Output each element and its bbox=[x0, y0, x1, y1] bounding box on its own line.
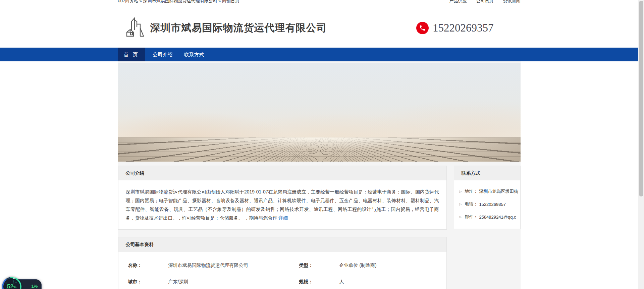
contact-box: 联系方式 ▷ 地址： 深圳市龙岗区坂田街 ▷ 电话： 15220269357 bbox=[454, 166, 521, 229]
top-bar: 007商务站 » 深圳市斌易国际物流货运代理有限公司 » 商铺首页 产品供应 公… bbox=[0, 0, 638, 8]
nav-item-home[interactable]: 首 页 bbox=[118, 48, 145, 61]
page: 007商务站 » 深圳市斌易国际物流货运代理有限公司 » 商铺首页 产品供应 公… bbox=[0, 0, 638, 289]
company-intro-title: 公司介绍 bbox=[118, 166, 446, 180]
header-phone-number: 15220269357 bbox=[433, 22, 494, 34]
contact-box-title: 联系方式 bbox=[454, 166, 520, 180]
top-link-yellowpages[interactable]: 公司黄页 bbox=[476, 0, 494, 4]
company-name: 深圳市斌易国际物流货运代理有限公司 bbox=[150, 21, 327, 35]
basic-info-box: 公司基本资料 名称： 深圳市斌易国际物流货运代理有限公司 类型： 企业单位 (制… bbox=[118, 237, 447, 289]
top-link-news[interactable]: 资讯新闻 bbox=[503, 0, 521, 4]
cpu-monitor-widget[interactable]: 1% CPU负载 52% bbox=[2, 277, 46, 289]
company-logo-buildings-icon bbox=[125, 17, 145, 39]
contact-item-address: ▷ 地址： 深圳市龙岗区坂田街 bbox=[454, 185, 520, 198]
basic-info-title: 公司基本资料 bbox=[118, 237, 446, 252]
detail-link[interactable]: 详细 bbox=[278, 215, 288, 221]
cpu-gauge-percent: 52% bbox=[7, 283, 16, 289]
phone-icon bbox=[416, 22, 429, 34]
gauge-marker-dot bbox=[13, 277, 15, 279]
cpu-load-value: 1% bbox=[26, 284, 43, 289]
site-header: 深圳市斌易国际物流货运代理有限公司 15220269357 bbox=[0, 8, 638, 48]
scrollbar-track[interactable] bbox=[638, 0, 644, 289]
main-content: 公司介绍 深圳市斌易国际物流货运代理有限公司由创始人邓阳斌于2019-01-07… bbox=[118, 61, 521, 289]
top-links: 产品供应 公司黄页 资讯新闻 bbox=[449, 0, 521, 4]
header-phone: 15220269357 bbox=[416, 22, 494, 34]
triangle-bullet-icon: ▷ bbox=[460, 203, 462, 206]
banner-boardwalk bbox=[118, 137, 521, 162]
basic-info-row: 城市： 广东/深圳 规模： 人 bbox=[128, 279, 446, 285]
nav-item-contact[interactable]: 联系方式 bbox=[178, 48, 210, 61]
triangle-bullet-icon: ▷ bbox=[460, 190, 462, 193]
banner-image bbox=[118, 63, 521, 162]
company-intro-box: 公司介绍 深圳市斌易国际物流货运代理有限公司由创始人邓阳斌于2019-01-07… bbox=[118, 166, 447, 230]
top-link-products[interactable]: 产品供应 bbox=[449, 0, 467, 4]
contact-item-phone: ▷ 电话： 15220269357 bbox=[454, 198, 520, 211]
triangle-bullet-icon: ▷ bbox=[460, 215, 462, 219]
breadcrumb[interactable]: 007商务站 » 深圳市斌易国际物流货运代理有限公司 » 商铺首页 bbox=[118, 0, 240, 4]
scrollbar-thumb[interactable] bbox=[639, 1, 643, 196]
company-intro-text: 深圳市斌易国际物流货运代理有限公司由创始人邓阳斌于2019-01-07在龙岗局注… bbox=[118, 180, 446, 229]
basic-info-row: 名称： 深圳市斌易国际物流货运代理有限公司 类型： 企业单位 (制造商) bbox=[128, 263, 446, 269]
cpu-gauge-icon: 52% bbox=[2, 277, 21, 289]
main-nav: 首 页 公司介绍 联系方式 bbox=[0, 48, 638, 61]
nav-item-company-intro[interactable]: 公司介绍 bbox=[147, 48, 178, 61]
contact-item-email: ▷ 邮件： 2584829241@qq.c bbox=[454, 211, 520, 223]
